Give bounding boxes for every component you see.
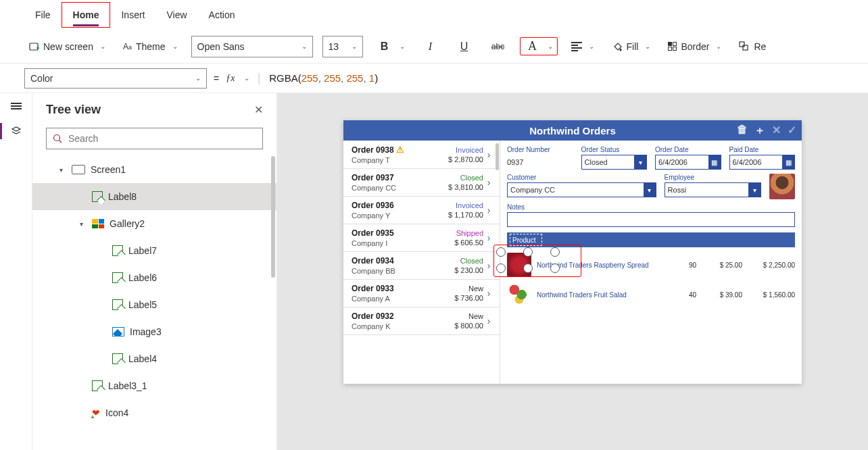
tab-home[interactable]: Home	[62, 2, 111, 28]
strikethrough-button[interactable]: abc	[486, 39, 510, 54]
border-label: Border	[681, 41, 709, 52]
tree-item-label: Label8	[108, 191, 137, 202]
customer-select[interactable]: Company CC▾	[507, 182, 656, 197]
chevron-right-icon[interactable]: ›	[483, 260, 494, 271]
expand-icon[interactable]: ▾	[59, 166, 66, 174]
chevron-down-icon: ⌄	[716, 43, 721, 50]
order-company: Company BB	[352, 267, 441, 275]
fill-button[interactable]: Fill ⌄	[608, 39, 655, 55]
tree-view-icon[interactable]	[11, 126, 22, 136]
tree-item-label: Label7	[128, 245, 157, 256]
chevron-down-icon: ⌄	[589, 43, 594, 50]
product-header-label: Product	[512, 236, 535, 244]
plus-icon[interactable]: ＋	[754, 124, 765, 138]
tree-item-label: Gallery2	[110, 218, 145, 229]
font-family-select[interactable]: Open Sans ⌄	[191, 36, 313, 57]
order-row[interactable]: Order 0937Company CCClosed$ 3,810.00›	[343, 169, 500, 197]
font-color-button[interactable]: A⌄	[520, 37, 558, 55]
header-icons: 🗑 ＋ ✕ ✓	[737, 124, 796, 138]
search-input[interactable]	[68, 133, 257, 144]
order-row[interactable]: Order 0936Company YInvoiced$ 1,170.00›	[343, 197, 500, 224]
label-icon	[112, 245, 123, 256]
chevron-right-icon[interactable]: ›	[483, 177, 494, 188]
paid-date-picker[interactable]: 6/4/2006▦	[729, 155, 796, 170]
tab-view[interactable]: View	[155, 3, 197, 27]
tab-insert[interactable]: Insert	[110, 3, 155, 27]
italic-button[interactable]: I	[418, 38, 443, 55]
order-status: Invoiced	[441, 146, 483, 154]
underline-button[interactable]: U	[452, 38, 477, 55]
tree-item-icon4[interactable]: ❤+Icon4	[32, 399, 276, 426]
order-id: Order 0936	[352, 201, 441, 210]
tree-search[interactable]	[46, 128, 263, 149]
bold-button[interactable]: B⌄	[372, 38, 409, 55]
image-icon	[112, 327, 124, 336]
label-order-number: Order Number	[507, 146, 573, 153]
reorder-button[interactable]: Re	[735, 39, 770, 55]
product-qty: 90	[669, 261, 696, 269]
order-amount: $ 2,870.00	[441, 155, 483, 164]
align-button[interactable]: ⌄	[567, 38, 598, 55]
tree-item-label: Label3_1	[108, 380, 147, 391]
expand-icon[interactable]: ▾	[80, 220, 87, 228]
cancel-icon[interactable]: ✕	[772, 124, 781, 138]
chevron-down-icon[interactable]: ⌄	[244, 74, 249, 82]
order-status-select[interactable]: Closed▾	[581, 155, 648, 170]
chevron-right-icon[interactable]: ›	[483, 205, 494, 216]
orders-list[interactable]: Order 0938 ⚠Company TInvoiced$ 2,870.00›…	[343, 141, 500, 384]
formula-bar: Color ⌄ = ƒx ⌄ │ RGBA(255, 255, 255, 1)	[0, 64, 868, 93]
tree-item-image3[interactable]: Image3	[32, 318, 276, 345]
scrollbar-thumb[interactable]	[271, 156, 275, 278]
reorder-icon	[739, 41, 750, 52]
underline-icon: U	[456, 41, 473, 53]
tab-action[interactable]: Action	[198, 3, 246, 27]
order-row[interactable]: Order 0938 ⚠Company TInvoiced$ 2,870.00›	[343, 141, 500, 169]
tree-item-label3_1[interactable]: Label3_1	[32, 372, 276, 399]
tree-item-label4[interactable]: Label4	[32, 345, 276, 372]
tree-title: Tree view	[46, 103, 101, 117]
font-size-select[interactable]: 13 ⌄	[322, 36, 363, 57]
close-icon[interactable]: ✕	[254, 103, 263, 116]
border-button[interactable]: Border ⌄	[664, 39, 725, 55]
property-select[interactable]: Color ⌄	[24, 68, 207, 89]
order-row[interactable]: Order 0935Company IShipped$ 606.50›	[343, 224, 500, 252]
tree-item-screen1[interactable]: ▾Screen1	[32, 156, 276, 183]
new-screen-button[interactable]: New screen ⌄	[24, 39, 110, 55]
line-item[interactable]: Northwind Traders Fruit Salad40$ 39.00$ …	[507, 280, 795, 309]
check-icon[interactable]: ✓	[788, 124, 796, 138]
chevron-right-icon[interactable]: ›	[483, 149, 494, 160]
tab-file[interactable]: File	[24, 3, 62, 27]
order-row[interactable]: Order 0933Company ANew$ 736.00›	[343, 280, 500, 307]
tree-item-label6[interactable]: Label6	[32, 264, 276, 291]
order-row[interactable]: Order 0934Company BBClosed$ 230.00›	[343, 252, 500, 280]
chevron-right-icon[interactable]: ›	[483, 288, 494, 299]
canvas-area[interactable]: Northwind Orders 🗑 ＋ ✕ ✓ Order 0938 ⚠Com…	[277, 93, 868, 450]
equals-label: =	[214, 73, 219, 84]
tree-item-label: Label6	[128, 272, 157, 283]
tree-item-gallery2[interactable]: ▾Gallery2	[32, 210, 276, 237]
theme-button[interactable]: Aa Theme ⌄	[119, 39, 182, 55]
tree-item-label7[interactable]: Label7	[32, 237, 276, 264]
chevron-right-icon[interactable]: ›	[483, 316, 494, 326]
order-status: New	[441, 284, 483, 293]
scrollbar-thumb[interactable]	[496, 143, 499, 170]
employee-select[interactable]: Rossi▾	[665, 182, 761, 197]
svg-rect-1	[740, 42, 744, 47]
order-id: Order 0932	[352, 311, 441, 321]
order-amount: $ 800.00	[441, 322, 483, 330]
trash-icon[interactable]: 🗑	[737, 124, 748, 138]
product-qty: 40	[669, 291, 696, 299]
active-rail-indicator	[0, 123, 2, 139]
label-icon	[112, 272, 123, 283]
hamburger-icon[interactable]	[11, 101, 22, 111]
order-row[interactable]: Order 0932Company KNew$ 800.00›	[343, 307, 500, 335]
notes-input[interactable]	[507, 212, 795, 227]
new-screen-label: New screen	[43, 41, 93, 52]
order-date-picker[interactable]: 6/4/2006▦	[655, 155, 721, 170]
tree-item-label8[interactable]: Label8	[32, 183, 276, 210]
tree-item-label5[interactable]: Label5	[32, 291, 276, 318]
chevron-right-icon[interactable]: ›	[483, 232, 494, 243]
tree-list: ▾Screen1Label8▾Gallery2Label7Label6Label…	[32, 156, 276, 439]
formula-input[interactable]: RGBA(255, 255, 255, 1)	[269, 72, 378, 84]
chevron-down-icon: ⌄	[302, 43, 307, 50]
